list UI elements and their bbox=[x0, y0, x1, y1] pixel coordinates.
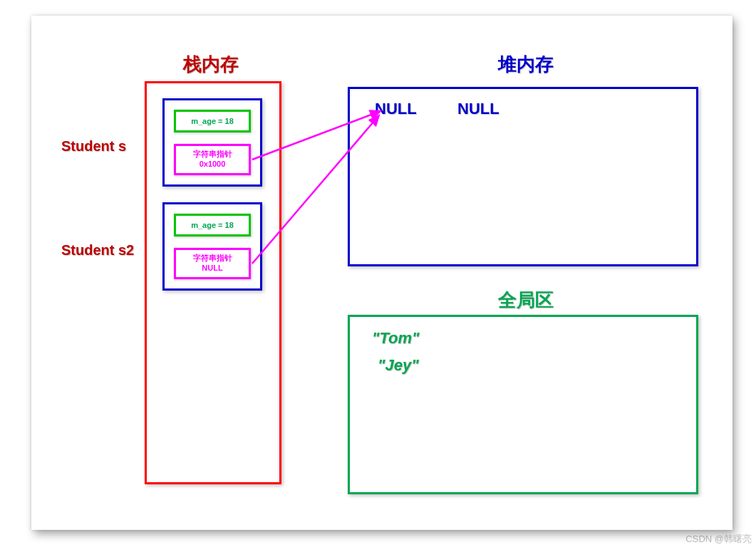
struct-s-pointer-value: 0x1000 bbox=[200, 160, 226, 170]
stack-memory-title: 栈内存 bbox=[183, 52, 239, 77]
heap-null-2: NULL bbox=[457, 100, 499, 118]
struct-s-pointer-field: 字符串指针 0x1000 bbox=[174, 144, 251, 175]
struct-s2-age-field: m_age = 18 bbox=[174, 214, 251, 236]
diagram-canvas: 栈内存 堆内存 全局区 NULL NULL "Tom" "Jey" Studen… bbox=[31, 16, 732, 530]
heap-memory-title: 堆内存 bbox=[498, 52, 554, 77]
heap-null-1: NULL bbox=[375, 100, 417, 118]
struct-s2-pointer-value: NULL bbox=[202, 264, 222, 274]
struct-s2-pointer-label: 字符串指针 bbox=[193, 254, 232, 264]
global-string-tom: "Tom" bbox=[372, 329, 419, 348]
watermark: CSDN @韩曙亮 bbox=[685, 533, 752, 546]
label-student-s2: Student s2 bbox=[61, 242, 134, 259]
global-string-jey: "Jey" bbox=[378, 356, 419, 375]
struct-s-age-field: m_age = 18 bbox=[174, 110, 251, 132]
global-area-title: 全局区 bbox=[498, 288, 554, 313]
struct-s2-pointer-field: 字符串指针 NULL bbox=[174, 248, 251, 279]
struct-s-pointer-label: 字符串指针 bbox=[193, 150, 232, 160]
label-student-s: Student s bbox=[61, 138, 126, 155]
